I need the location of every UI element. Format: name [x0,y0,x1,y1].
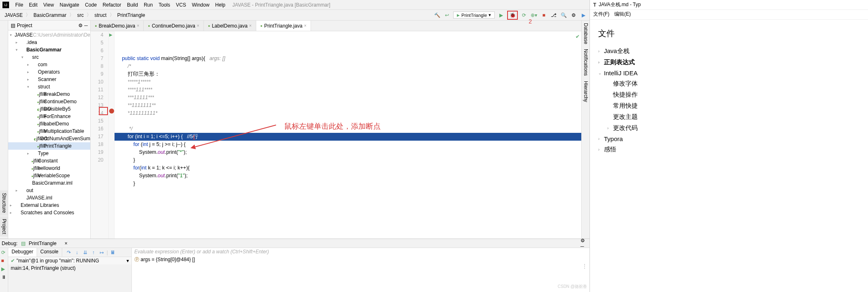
step-over-icon[interactable]: ↷ [66,249,72,256]
tree-node[interactable]: JAVASE.iml [8,194,90,202]
structure-tool[interactable]: Structure [0,190,8,216]
variable-row[interactable]: ⓟ args = {String[0]@484} [] [134,256,587,263]
play-icon[interactable]: ▶ [580,12,587,19]
stack-frame[interactable]: main:14, PrintTriangle (struct) [8,264,131,272]
editor-tab[interactable]: ●ContinueDemo.java× [144,21,204,31]
menu-view[interactable]: View [40,1,57,9]
outline-item[interactable]: ›Typora [598,134,860,144]
force-step-icon[interactable]: ⇊ [82,249,89,256]
outline-item[interactable]: ›感悟 [598,144,860,155]
tree-node[interactable]: jfileContinueDemo [8,98,90,105]
run-icon[interactable]: ▶ [497,12,505,19]
tree-node[interactable]: jfileBreakDemo [8,90,90,98]
outline-item[interactable]: ⌄IntelliJ IDEA [598,68,860,78]
outline-item[interactable]: 修改字体 [598,78,860,89]
run-config-select[interactable]: PrintTriangle ▾ [453,12,495,19]
build-icon[interactable]: 🔨 [433,12,441,19]
eval-hint[interactable]: Evaluate expression (Enter) or add a wat… [134,249,587,255]
tree-node[interactable]: ▸.idea [8,39,90,46]
menu-window[interactable]: Window [189,1,213,9]
gutter-marks[interactable]: ▶ [109,31,115,239]
tree-node[interactable]: jfileOOddNumAndEvenSum [8,135,90,142]
run-to-cursor-icon[interactable]: ↦ [98,249,105,256]
evaluate-icon[interactable]: 🖩 [110,249,116,256]
coverage-icon[interactable]: ⟳ [520,12,528,19]
tree-node[interactable]: ▾src [8,53,90,61]
profile-icon[interactable]: ⊕▾ [530,12,538,19]
typora-menu-file[interactable]: 文件(F) [593,11,609,19]
outline-item[interactable]: ›更改代码 [598,123,860,134]
crumb[interactable]: BasicGrammar [31,12,68,19]
stop-icon[interactable]: ■ [540,12,547,19]
menu-vcs[interactable]: VCS [173,1,189,9]
menu-refactor[interactable]: Refactor [100,1,124,9]
outline-item[interactable]: 常用快捷 [598,100,860,111]
tree-node[interactable]: ▸out [8,187,90,194]
tree-node[interactable]: ▸Type [8,150,90,157]
tree-node[interactable]: ▸com [8,61,90,68]
tree-node[interactable]: jfileConstant [8,157,90,165]
tree-node[interactable]: ▸Operators [8,68,90,76]
outline-item[interactable]: 快捷操作 [598,89,860,100]
menu-run[interactable]: Run [141,1,156,9]
debug-icon[interactable]: 🐞 [509,12,516,19]
git-icon[interactable]: ⎇ [550,12,557,19]
settings-icon[interactable]: ⚙ ─ [580,240,588,247]
crumb[interactable]: src [75,12,86,19]
tree-node[interactable]: jfileVeriableScope [8,172,90,179]
menu-edit[interactable]: Edit [26,1,40,9]
tree-node[interactable]: jfilehelloworld [8,165,90,172]
code-text[interactable]: ✔ public static void main(String[] args)… [115,31,581,239]
more-icon[interactable]: ⋮ [582,263,587,269]
tree-body[interactable]: ▾JAVASE C:\Users\Administrator\De▸.idea▾… [8,30,90,239]
tree-node[interactable]: jfileODivisibleBy5 [8,105,90,113]
tree-node[interactable]: ▸External Libraries [8,202,90,209]
tree-node[interactable]: jfileForEnhance [8,113,90,120]
crumb[interactable]: struct [92,12,108,19]
menu-tools[interactable]: Tools [156,1,173,9]
thread-status[interactable]: ✔"main"@1 in group "main": RUNNING▾ [8,257,131,264]
hierarchy-tool[interactable]: Hierarchy [582,79,590,104]
back-icon[interactable]: ↩ [443,12,451,19]
menu-help[interactable]: Help [212,1,228,9]
tree-node[interactable]: ▾BasicGrammar [8,46,90,53]
tree-node[interactable]: jfileMultiplicationTable [8,127,90,135]
tree-node[interactable]: jfilePrintTriangle [8,142,90,150]
gutter[interactable]: 4567891011121314151617181920 [91,31,109,239]
tree-header[interactable]: ▤Project⚙ ─ [8,21,90,30]
tree-node[interactable]: ▸Scratches and Consoles [8,209,90,216]
tree-node[interactable]: ▾JAVASE C:\Users\Administrator\De [8,31,90,39]
step-into-icon[interactable]: ↓ [74,249,80,256]
notifications-tool[interactable]: Notifications [582,46,590,78]
crumb[interactable]: JAVASE [2,12,25,19]
menu-code[interactable]: Code [82,1,100,9]
tree-node[interactable]: ▸Scanner [8,76,90,83]
database-tool[interactable]: Database [582,21,590,46]
settings-icon[interactable]: ⚙ [570,12,577,19]
outline-item[interactable]: ›正则表达式 [598,57,860,68]
menu-file[interactable]: File [12,1,26,9]
tree-node[interactable]: jfileLabelDemo [8,120,90,127]
menu-navigate[interactable]: Navigate [57,1,82,9]
editor-tab[interactable]: ●LabelDemo.java× [204,21,256,31]
crumb[interactable]: PrintTriangle [115,12,147,19]
step-out-icon[interactable]: ↑ [90,249,97,256]
outline-item[interactable]: 更改主题 [598,111,860,123]
search-icon[interactable]: 🔍 [560,12,567,19]
menu-build[interactable]: Build [124,1,141,9]
pause-icon[interactable]: ⏸ [1,274,7,280]
breakpoint-icon[interactable] [109,109,114,114]
resume-icon[interactable]: ▶ [1,266,7,272]
project-tool[interactable]: Project [0,216,8,236]
console-tab[interactable]: Console [37,248,62,257]
outline-item[interactable]: ›Java全栈 [598,46,860,57]
editor-tab[interactable]: ●BreakDemo.java× [91,21,144,31]
close-icon[interactable]: × [62,240,70,247]
stop-icon[interactable]: ■ [1,258,7,264]
tree-node[interactable]: BasicGrammar.iml [8,179,90,187]
rerun-icon[interactable]: ⟳ [1,250,7,255]
editor-tab[interactable]: ●PrintTriangle.java× [256,21,311,31]
debugger-tab[interactable]: Debugger [8,248,37,257]
typora-menu-edit[interactable]: 编辑(E) [614,11,631,19]
tree-node[interactable]: ▾struct [8,83,90,90]
